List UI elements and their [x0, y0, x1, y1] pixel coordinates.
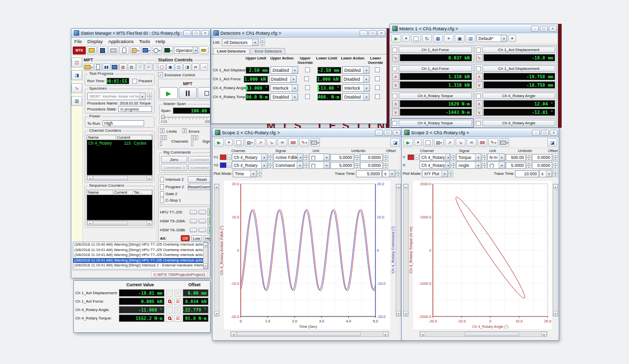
print-button[interactable]: [108, 46, 118, 54]
plot-mode-select[interactable]: Time▼: [233, 170, 257, 177]
y1-offset-spinner[interactable]: ▲▼: [383, 154, 388, 161]
key-icon[interactable]: [199, 46, 209, 54]
trace-setup-button[interactable]: ◪: [390, 138, 400, 147]
lower-override-checkbox[interactable]: [375, 76, 380, 81]
marker-button[interactable]: ✎▾: [299, 138, 309, 147]
trace-time-field[interactable]: 10.000: [515, 170, 539, 177]
autoscale-button[interactable]: ≍: [277, 138, 287, 147]
minimize-button[interactable]: -: [360, 30, 367, 36]
hsm1-low-button[interactable]: [190, 219, 197, 223]
scope2-titlebar[interactable]: Scope 2 < Ch1-Rotary.cfg > -□×: [212, 128, 402, 137]
menu-tools[interactable]: Tools: [139, 39, 150, 44]
hold-button[interactable]: [179, 87, 197, 99]
meter-checkbox[interactable]: [392, 121, 397, 126]
detectors-icon[interactable]: ◯: [158, 63, 166, 71]
stop-checkbox[interactable]: [423, 138, 433, 147]
meter-list-icon[interactable]: ▣: [455, 34, 465, 43]
meter-checkbox[interactable]: [392, 66, 397, 71]
meter-name-button[interactable]: Ch 1_Act Displacement: [482, 47, 556, 53]
chevron-down-icon[interactable]: ▼: [363, 67, 369, 73]
menu-file[interactable]: File: [74, 39, 82, 44]
scroll-down-icon[interactable]: ▾: [214, 311, 219, 316]
maximize-button[interactable]: □: [384, 130, 392, 136]
horizontal-scrollbar[interactable]: ◂▸: [87, 220, 153, 226]
log-line[interactable]: (3/8/2018 11:19:41 AM) Warning [Stmgr] H…: [73, 248, 203, 253]
chevron-down-icon[interactable]: ▼: [441, 170, 447, 177]
chevron-down-icon[interactable]: ▼: [364, 85, 369, 91]
y-channel-spinner[interactable]: ▲▼: [451, 154, 456, 161]
paused-checkbox[interactable]: [132, 79, 137, 84]
close-button[interactable]: ×: [393, 130, 401, 136]
run-dropdown-icon[interactable]: ▾: [414, 139, 422, 146]
scroll-down-icon[interactable]: ▾: [404, 311, 408, 316]
log-line-selected[interactable]: (3/8/2018 11:19:41 AM) Warning [Stmgr] H…: [73, 258, 203, 263]
run-dropdown-icon[interactable]: ▾: [402, 35, 410, 42]
hpu-high-button[interactable]: [199, 210, 206, 214]
scroll-right-icon[interactable]: ▸: [147, 176, 152, 180]
run-button[interactable]: ▶: [391, 34, 401, 43]
meter-setup-icon[interactable]: ▤: [466, 34, 475, 43]
meter-name-button[interactable]: Ch 1_Act Force: [399, 47, 472, 53]
chevron-down-icon[interactable]: ▼: [363, 94, 369, 100]
scroll-down-icon[interactable]: ▾: [204, 263, 208, 268]
minimize-button[interactable]: -: [183, 30, 191, 36]
y-unitsdiv-field[interactable]: 500.00: [506, 154, 526, 161]
chevron-down-icon[interactable]: ▼: [139, 93, 145, 100]
y2-color-swatch[interactable]: [220, 162, 226, 168]
command2-button[interactable]: Command 2: [188, 156, 210, 163]
span-slider-thumb[interactable]: [161, 115, 164, 119]
y1-unit-select[interactable]: (°)▼: [309, 154, 330, 161]
meter-checkbox[interactable]: [476, 94, 481, 99]
run-button[interactable]: ▶: [159, 87, 178, 99]
detectors-titlebar[interactable]: Detectors < Ch1-Rotary.cfg > -□×: [211, 29, 386, 38]
autoscale-button[interactable]: ≍: [467, 138, 476, 147]
run-button[interactable]: ▶: [403, 138, 413, 147]
interlock-reset-button[interactable]: Reset: [188, 176, 210, 183]
zeros-button[interactable]: 00: [288, 138, 298, 147]
print-button[interactable]: ▾: [310, 138, 320, 147]
upper-action-select[interactable]: Interlock▼: [270, 84, 298, 92]
trace-time-spinner[interactable]: ▲▼: [396, 170, 401, 177]
chevron-down-icon[interactable]: ▼: [252, 39, 258, 46]
counter-row[interactable]: Ch 4_Rotary 115 Cycles: [87, 140, 152, 146]
log-line[interactable]: (3/8/2018 11:19:40 AM) Warning [Stmgr] H…: [73, 242, 203, 248]
lower-action-select[interactable]: Disabled▼: [342, 66, 369, 74]
y-offset-spinner[interactable]: ▲▼: [553, 154, 558, 161]
meter-set-select[interactable]: Default*▼: [476, 35, 507, 42]
exclusive-control-checkbox[interactable]: ✓: [158, 72, 163, 77]
cursor-2-button[interactable]: ↘: [266, 138, 276, 147]
y2-unitsdiv-spinner[interactable]: ▲▼: [355, 161, 360, 169]
cursor-2-button[interactable]: ↘: [456, 138, 466, 147]
chevron-down-icon[interactable]: ▼: [389, 170, 395, 177]
meter-checkbox[interactable]: [392, 94, 397, 99]
scroll-left-icon[interactable]: ◂: [420, 332, 425, 336]
y1-offset-field[interactable]: 0.0000: [360, 154, 383, 161]
y2-signal-select[interactable]: Command▼: [273, 161, 303, 169]
meters-icon[interactable]: ◫: [175, 63, 183, 71]
y-signal-spinner[interactable]: ▲▼: [482, 154, 487, 161]
y1-channel-spinner[interactable]: ▲▼: [268, 154, 273, 161]
maximize-button[interactable]: □: [541, 130, 549, 136]
trace-unit-select[interactable]: s▼: [539, 170, 552, 177]
y1-unitsdiv-spinner[interactable]: ▲▼: [355, 154, 360, 161]
scope2-right-scrollbar[interactable]: ▴▾: [396, 184, 401, 316]
upper-override-checkbox[interactable]: [305, 85, 310, 90]
stop-checkbox[interactable]: [234, 138, 244, 147]
detector-list-select[interactable]: All Detectors▼: [222, 39, 259, 46]
cursor-1-button[interactable]: ↗: [256, 138, 265, 147]
chevron-down-icon[interactable]: ▼: [501, 35, 507, 42]
new-procedure-button[interactable]: [94, 63, 102, 71]
cursor-1-button[interactable]: ↗: [445, 138, 455, 147]
trace-time-spinner[interactable]: ▲▼: [553, 170, 558, 177]
log-line[interactable]: (3/8/2018 11:19:41 AM) Warning [Stmgr] H…: [73, 253, 203, 258]
maximize-button[interactable]: □: [540, 26, 548, 32]
y1-signal-select[interactable]: Active Fdbk▼: [273, 154, 303, 161]
station-controls-nav-icon[interactable]: ◨: [71, 70, 82, 80]
scroll-right-icon[interactable]: ▸: [383, 332, 388, 336]
scroll-right-icon[interactable]: ▸: [147, 221, 152, 225]
meter-checkbox[interactable]: [476, 48, 481, 52]
minimize-button[interactable]: -: [532, 130, 540, 136]
y1-color-swatch[interactable]: [220, 155, 226, 160]
message-log[interactable]: (3/8/2018 11:19:40 AM) Warning [Stmgr] H…: [73, 242, 209, 269]
scroll-left-icon[interactable]: ◂: [231, 332, 236, 336]
